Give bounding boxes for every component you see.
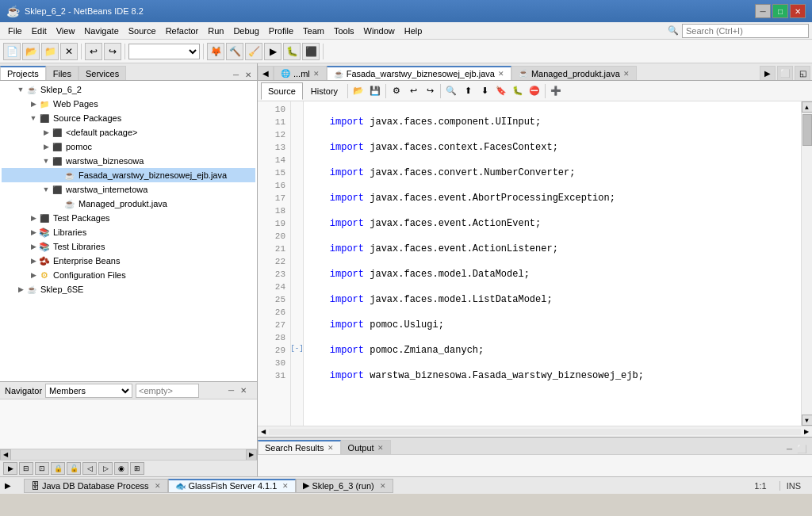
ed-bookmark-button[interactable]: 🔖	[493, 83, 509, 99]
menu-run[interactable]: Run	[203, 25, 228, 37]
build-button[interactable]: 🔨	[226, 43, 243, 60]
minimize-button[interactable]: ─	[755, 4, 771, 18]
toggle-icon[interactable]: ▶	[29, 257, 38, 265]
tab-fasada[interactable]: ☕ Fasada_warstwy_biznesowej_ejb.java ✕	[327, 66, 511, 80]
nav-marker-button[interactable]: ◉	[114, 462, 128, 475]
hscroll-right-button[interactable]: ▶	[246, 449, 257, 461]
search-results-close[interactable]: ✕	[327, 444, 334, 452]
tree-item-sourcepackages[interactable]: ▼ ⬛ Source Packages	[2, 111, 255, 125]
tree-item-managed-java[interactable]: ☕ Managed_produkt.java	[2, 197, 255, 211]
panel-close-button[interactable]: ✕	[243, 70, 254, 80]
stop-button[interactable]: ⬛	[302, 43, 320, 60]
navigator-select[interactable]: Members	[45, 384, 132, 398]
history-tab[interactable]: History	[304, 82, 345, 100]
nav-unlock-button[interactable]: 🔓	[67, 462, 81, 475]
ed-find-next-button[interactable]: ⬇	[477, 83, 492, 99]
toggle-icon[interactable]: ▼	[41, 157, 51, 165]
debug-run-button[interactable]: 🐛	[283, 43, 301, 60]
menu-window[interactable]: Window	[359, 25, 400, 37]
nav-collapse-button[interactable]: ⊡	[35, 462, 49, 475]
tree-item-sklep6se[interactable]: ▶ ☕ Sklep_6SE	[2, 282, 255, 296]
toolbar-combo[interactable]	[128, 44, 200, 59]
bottom-maximize-button[interactable]: ⬜	[795, 444, 809, 454]
nav-close-button[interactable]: ✕	[238, 385, 249, 396]
tab-managed[interactable]: ☕ Managed_produkt.java ✕	[511, 66, 637, 80]
toggle-icon[interactable]: ▼	[29, 114, 38, 122]
code-content[interactable]: import javax.faces.component.UIInput; im…	[304, 101, 801, 426]
scroll-up-button[interactable]: ▲	[802, 101, 813, 113]
menu-source[interactable]: Source	[124, 25, 161, 37]
ed-find-button[interactable]: 🔍	[443, 83, 459, 99]
tab-fasada-close[interactable]: ✕	[498, 70, 504, 78]
tab-scroll-right[interactable]: ▶	[760, 66, 776, 80]
menu-view[interactable]: View	[52, 25, 80, 37]
tab-services[interactable]: Services	[79, 66, 126, 80]
run-button[interactable]: ▶	[264, 43, 282, 60]
new-file-button[interactable]: 📄	[3, 43, 21, 60]
tab-ml[interactable]: 🌐 ...ml ✕	[274, 66, 327, 80]
tree-item-webpages[interactable]: ▶ 📁 Web Pages	[2, 97, 255, 111]
toggle-icon[interactable]: ▼	[41, 185, 51, 193]
toggle-icon[interactable]: ▶	[29, 100, 38, 108]
source-tab[interactable]: Source	[261, 82, 303, 100]
redo-button[interactable]: ↪	[104, 43, 121, 60]
tree-item-enterprise-beans[interactable]: ▶ 🫘 Enterprise Beans	[2, 254, 255, 268]
ed-add-button[interactable]: ➕	[548, 83, 564, 99]
nav-expand-button[interactable]: ⊟	[19, 462, 33, 475]
nav-forward-button[interactable]: ▷	[98, 462, 113, 475]
close-window-button[interactable]: ✕	[60, 43, 78, 60]
menu-refactor[interactable]: Refactor	[161, 25, 204, 37]
bottom-minimize-button[interactable]: ─	[784, 444, 795, 454]
ed-stop-button[interactable]: ⛔	[527, 83, 542, 99]
status-glassfish[interactable]: 🐟 GlassFish Server 4.1.1 ✕	[168, 479, 297, 493]
menu-tools[interactable]: Tools	[329, 25, 359, 37]
panel-minimize-button[interactable]: ─	[231, 70, 241, 80]
status-sklep-run[interactable]: ▶ Sklep_6_3 (run) ✕	[296, 479, 393, 493]
tree-item-pomoc[interactable]: ▶ ⬛ pomoc	[2, 140, 255, 154]
menu-profile[interactable]: Profile	[264, 25, 298, 37]
clean-build-button[interactable]: 🧹	[245, 43, 262, 60]
expand-left-button[interactable]: ◀	[258, 426, 269, 438]
tab-managed-close[interactable]: ✕	[623, 70, 630, 78]
tree-item-testlibs[interactable]: ▶ 📚 Test Libraries	[2, 239, 255, 254]
menu-navigate[interactable]: Navigate	[79, 25, 123, 37]
tab-files[interactable]: Files	[46, 66, 79, 80]
status-java-db[interactable]: 🗄 Java DB Database Process ✕	[24, 479, 168, 493]
toggle-icon[interactable]: ▼	[16, 86, 25, 94]
tree-item-testpackages[interactable]: ▶ ⬛ Test Packages	[2, 211, 255, 225]
ed-debug-button[interactable]: 🐛	[510, 83, 526, 99]
menu-help[interactable]: Help	[400, 25, 427, 37]
nav-play-button[interactable]: ▶	[3, 462, 17, 475]
undo-button[interactable]: ↩	[85, 43, 102, 60]
nav-lock-button[interactable]: 🔒	[51, 462, 65, 475]
ed-toggle-button[interactable]: ⚙	[389, 83, 404, 99]
tree-item-sklep62[interactable]: ▼ ☕ Sklep_6_2	[2, 82, 255, 97]
search-input[interactable]	[682, 24, 809, 38]
tab-maximize-button[interactable]: ⬜	[777, 66, 793, 80]
tab-restore-button[interactable]: ◱	[795, 66, 810, 80]
tab-projects[interactable]: Projects	[0, 66, 46, 80]
ed-find-prev-button[interactable]: ⬆	[460, 83, 476, 99]
sklep-run-close[interactable]: ✕	[380, 482, 386, 490]
tree-item-config[interactable]: ▶ ⚙ Configuration Files	[2, 268, 255, 282]
menu-debug[interactable]: Debug	[228, 25, 263, 37]
toggle-icon[interactable]: ▶	[29, 243, 38, 250]
toggle-icon[interactable]: ▶	[29, 214, 38, 222]
ed-save-button[interactable]: 💾	[367, 83, 383, 99]
tree-item-fasada-java[interactable]: ☕ Fasada_warstwy_biznesowej_ejb.java	[2, 168, 255, 182]
nav-back-button[interactable]: ◁	[82, 462, 97, 475]
tree-item-warstwa-inet[interactable]: ▼ ⬛ warstwa_internetowa	[2, 182, 255, 197]
expand-right-button[interactable]: ▶	[801, 426, 812, 438]
scroll-thumb[interactable]	[802, 114, 812, 146]
tab-search-results[interactable]: Search Results ✕	[258, 440, 341, 454]
open-file-button[interactable]: 📁	[41, 43, 59, 60]
tab-output[interactable]: Output ✕	[341, 440, 391, 454]
close-button[interactable]: ✕	[790, 4, 806, 18]
tree-item-warstwa-biz[interactable]: ▼ ⬛ warstwa_biznesowa	[2, 154, 255, 168]
firefox-button[interactable]: 🦊	[207, 43, 224, 60]
ed-redo-button[interactable]: ↪	[422, 83, 438, 99]
tab-scroll-left[interactable]: ◀	[258, 66, 274, 80]
nav-grid-button[interactable]: ⊞	[130, 462, 144, 475]
toggle-icon[interactable]: ▶	[29, 228, 38, 236]
fold-29[interactable]: [-]	[291, 342, 303, 355]
